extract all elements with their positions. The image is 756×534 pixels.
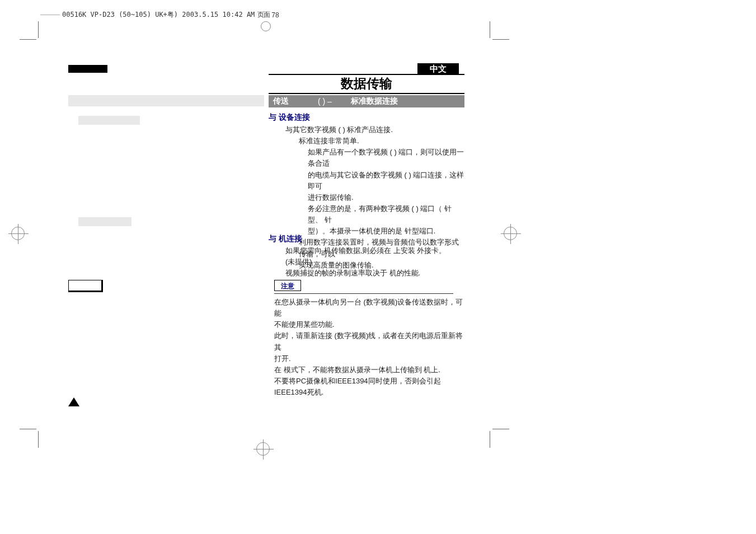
fold-mark-top xyxy=(261,21,271,31)
subheading-dv-device: 与 设备连接 xyxy=(269,113,310,123)
crop-mark xyxy=(38,21,39,38)
registration-mark xyxy=(11,227,25,240)
rule xyxy=(269,93,464,94)
notice-body: 在您从摄录一体机向另一台 (数字视频)设备传送数据时，可能 不能使用某些功能. … xyxy=(274,297,464,398)
registration-mark xyxy=(256,442,270,456)
crop-mark xyxy=(492,39,509,40)
line: 在您从摄录一体机向另一台 (数字视频)设备传送数据时，可能 xyxy=(274,298,463,317)
line: 的电缆与其它设备的数字视频 ( ) 端口连接，这样即可 xyxy=(285,170,464,192)
triangle-icon xyxy=(68,397,79,406)
section-header: 传送 ( ) – 标准数据连接 xyxy=(269,95,464,107)
black-bar xyxy=(68,65,107,73)
line: (未提供) xyxy=(285,256,464,268)
file-header: 00516K VP-D23 (50~105) UK+粤) 2003.5.15 1… xyxy=(40,10,279,20)
gray-bar-placeholder xyxy=(78,116,140,125)
crop-mark xyxy=(38,431,39,448)
line: 在 模式下，不能将数据从摄录一体机上传输到 机上. xyxy=(274,366,440,374)
crop-mark xyxy=(490,21,490,38)
page-title: 数据传输 xyxy=(269,75,464,92)
section-paren: ( ) – xyxy=(318,97,332,106)
language-badge: 中文 xyxy=(417,63,459,75)
line: 务必注意的是，有两种数字视频 ( ) 端口（ 针型、 针 xyxy=(285,203,464,226)
line: 不要将PC摄像机和IEEE1394同时使用，否则会引起IEEE1394死机. xyxy=(274,377,441,396)
crop-mark xyxy=(20,39,36,40)
rule xyxy=(274,293,453,294)
crop-mark xyxy=(492,429,509,429)
section-prefix: 传送 xyxy=(273,96,289,106)
line: 此时，请重新连接 (数字视频)线，或者在关闭电源后重新将其 xyxy=(274,331,463,351)
crop-mark xyxy=(20,429,36,429)
body-pc: 如果您需向 机传输数据,则必须在 上安装 外接卡。 (未提供) 视频捕捉的帧的录… xyxy=(285,245,464,279)
page-icon: 页 面 xyxy=(257,10,269,20)
note-box-left xyxy=(68,280,103,292)
line: 视频捕捉的帧的录制速率取决于 机的性能. xyxy=(285,268,464,279)
line: 型）。本摄录一体机使用的是 针型端口. xyxy=(285,226,464,237)
subheading-pc: 与 机连接 xyxy=(269,234,302,244)
line: 如果产品有一个数字视频 ( ) 端口，则可以使用一条合适 xyxy=(285,147,464,169)
notice-label-box: 注意 xyxy=(274,280,301,291)
line: 如果您需向 机传输数据,则必须在 上安装 外接卡。 xyxy=(285,245,464,256)
line: 进行数据传输. xyxy=(285,192,464,203)
line: 不能使用某些功能. xyxy=(274,320,335,329)
gray-bar-placeholder xyxy=(78,217,132,226)
section-suffix: 标准数据连接 xyxy=(351,96,398,106)
gray-bar-placeholder xyxy=(68,95,264,106)
crop-mark xyxy=(490,431,490,448)
page-number: 78 xyxy=(271,11,279,19)
registration-mark xyxy=(504,227,517,240)
line: 打开. xyxy=(274,354,291,363)
line: 与其它数字视频 ( ) 标准产品连接. xyxy=(285,125,393,134)
filename: 00516K VP-D23 (50~105) UK+粤) 2003.5.15 1… xyxy=(62,10,255,20)
line: 标准连接非常简单. xyxy=(285,135,464,147)
